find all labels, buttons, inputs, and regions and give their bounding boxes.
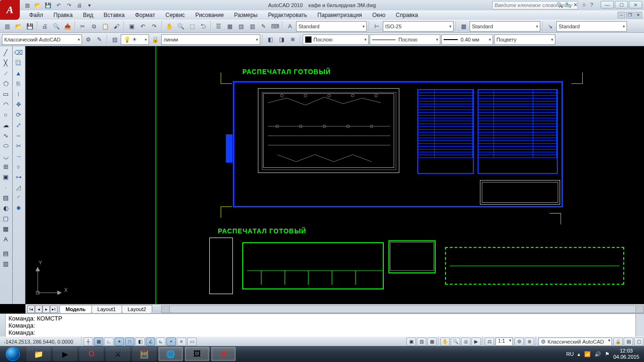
table-style-dropdown[interactable]: Standard [470,21,540,32]
command-grip[interactable] [0,314,6,337]
pan-button[interactable]: ✋ [164,21,174,32]
tab-layout2[interactable]: Layout2 [122,305,152,313]
chrome-taskbtn[interactable]: 🌐 [158,347,183,361]
menu-tools[interactable]: Сервис [161,11,190,19]
lang-indicator[interactable]: RU [566,351,574,357]
tab-next-button[interactable]: ▸ [42,305,50,313]
zoom-status[interactable]: 🔍 [451,337,460,346]
polar-toggle[interactable]: ✶ [115,337,124,346]
layer-dropdown[interactable]: линии [161,34,260,45]
gradient-tool[interactable]: ◐ [0,203,11,213]
fillet-tool[interactable]: ◜ [13,192,24,203]
help-icon[interactable]: ? [590,2,597,8]
mirror-tool[interactable]: ▲ [13,68,24,78]
menu-edit[interactable]: Правка [49,11,78,19]
revcloud-tool[interactable]: ☁ [0,120,11,130]
otrack-toggle[interactable]: ∠ [146,337,155,346]
block-button[interactable]: ▣ [126,21,137,32]
dcenter-button[interactable]: ▦ [224,21,235,32]
layer-iso-button[interactable]: ◧ [265,34,275,45]
zoom-win-button[interactable]: ⬚ [187,21,197,32]
sheet-button[interactable]: ▥ [247,21,257,32]
join-tool[interactable]: ⊶ [13,172,24,182]
network-icon[interactable]: 📶 [584,351,591,357]
opera-taskbtn[interactable]: O [79,347,104,361]
block-tool[interactable]: ▣ [0,172,11,182]
pline-tool[interactable]: ⟋ [0,68,11,78]
undo-icon[interactable]: ↶ [55,1,62,9]
tab-prev-button[interactable]: ◂ [35,305,42,313]
break-tool[interactable]: ⎀ [13,161,24,172]
polygon-tool[interactable]: ⬠ [0,78,11,89]
ellipsearc-tool[interactable]: ◡ [0,151,11,161]
insert-tool[interactable]: ⊞ [0,161,11,172]
lwt-toggle[interactable]: ≡ [177,337,186,346]
mleader-style-dropdown[interactable]: Standard [556,21,627,32]
color-dropdown[interactable]: Послою [303,34,369,45]
clean-toggle[interactable]: ▢ [634,337,644,346]
dimstyle-icon[interactable]: ⊢ [372,21,382,32]
volume-icon[interactable]: 🔊 [594,351,601,357]
dim-style-dropdown[interactable]: ISO-25 [383,21,454,32]
move-tool[interactable]: ✥ [13,99,24,109]
mtext-tool[interactable]: A [0,234,11,244]
layer-props-button[interactable]: 🔒 [150,34,160,45]
subscription-icon[interactable]: 🔧 [565,2,571,8]
doc-restore-button[interactable]: ❐ [626,12,634,18]
qview-layouts[interactable]: ▥ [417,337,426,346]
start-button[interactable] [0,346,25,362]
grid-toggle[interactable]: ▦ [94,337,103,346]
autocad-taskbtn[interactable]: A [211,347,236,361]
qview-drawings[interactable]: ▦ [427,337,437,346]
app-menu-button[interactable]: A [0,0,20,20]
ws-settings-button[interactable]: ⚙ [83,34,93,45]
doc-minimize-button[interactable]: – [618,12,625,18]
pan-status[interactable]: ✋ [440,337,450,346]
tab-first-button[interactable]: I◂ [27,305,35,313]
doc-close-button[interactable]: ✕ [635,12,642,18]
ws-save-button[interactable]: ✎ [94,34,105,45]
workspace-dropdown[interactable]: Классический AutoCAD [2,34,82,45]
menu-insert[interactable]: Вставка [99,11,130,19]
region-tool[interactable]: ▢ [0,213,11,223]
menu-help[interactable]: Справка [391,11,423,19]
showmotion-status[interactable]: ▶ [471,337,481,346]
linetype-dropdown[interactable]: Послою [370,34,440,45]
mleaderstyle-icon[interactable]: ↘ [545,21,555,32]
coordinates-display[interactable]: -1424.2513, 286.5440, 0.0000 [0,339,80,345]
publish-button[interactable]: 📤 [62,21,73,32]
clock[interactable]: 12:0304.06.2015 [613,348,639,360]
snap-toggle[interactable]: ┼ [83,337,93,346]
arc-tool[interactable]: ◠ [0,99,11,109]
line-tool[interactable]: ╱ [0,47,11,58]
annoscale-dropdown[interactable]: 1:1 [495,337,513,346]
print-icon[interactable]: 🖨 [75,1,83,9]
menu-file[interactable]: Файл [25,11,48,19]
tab-last-button[interactable]: ▸I [50,305,58,313]
tpalette-button[interactable]: ▤ [236,21,246,32]
explode-tool[interactable]: ✸ [13,203,24,213]
text-style-dropdown[interactable]: Standard [296,21,367,32]
save-icon[interactable]: 💾 [44,1,52,9]
plot-button[interactable]: 🖨 [40,21,50,32]
command-scrollbar[interactable] [636,314,644,337]
annoscale-icon[interactable]: ⚖ [485,337,494,346]
ducs-toggle[interactable]: ⊾ [156,337,165,346]
layer-freeze-button[interactable]: ❄ [288,34,298,45]
props-button[interactable]: ☰ [213,21,223,32]
ortho-toggle[interactable]: ∟ [104,337,114,346]
copy-tool[interactable]: ⿻ [13,58,24,68]
command-history[interactable]: Команда: КОМСТР Команда: Команда: [6,314,636,337]
cut-button[interactable]: ✂ [77,21,88,32]
paste-button[interactable]: 📋 [100,21,110,32]
menu-view[interactable]: Вид [78,11,98,19]
extend-tool[interactable]: → [13,151,24,161]
preview-button[interactable]: 🔍 [51,21,61,32]
annoadd-toggle[interactable]: ⊕ [525,337,534,346]
menu-window[interactable]: Окно [368,11,390,19]
redo-button[interactable]: ↷ [149,21,159,32]
palette-tool-2[interactable]: ▥ [0,258,11,269]
layer-state-dropdown[interactable]: 💡☀ [121,34,149,45]
maximize-button[interactable]: ☐ [615,1,628,8]
game-taskbtn[interactable]: ⚔ [106,347,130,361]
